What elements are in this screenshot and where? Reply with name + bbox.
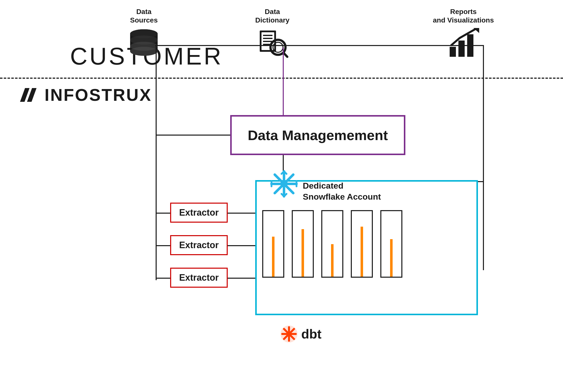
dashed-separator — [0, 78, 563, 79]
db-columns-group — [262, 210, 402, 278]
extractor2-to-snowflake — [228, 245, 258, 246]
data-sources-label: DataSources — [130, 8, 158, 24]
dbt-label: dbt — [301, 326, 322, 341]
db-column-1 — [262, 210, 284, 278]
db-column-2 — [292, 210, 314, 278]
svg-rect-12 — [263, 41, 272, 42]
svg-rect-18 — [458, 41, 465, 57]
data-dictionary-label: DataDictionary — [255, 8, 290, 24]
db-column-5 — [380, 210, 402, 278]
svg-rect-17 — [450, 47, 456, 57]
infostrux-logo: INFOSTRUX — [20, 85, 152, 105]
infostrux-icon — [20, 88, 40, 102]
extractor1-to-snowflake — [228, 213, 258, 214]
orange-bar-3 — [331, 244, 334, 277]
reports-label: Reportsand Visualizations — [433, 8, 494, 24]
orange-bar-4 — [361, 227, 363, 277]
orange-bar-2 — [302, 229, 304, 277]
purple-vertical-line — [283, 48, 284, 116]
extractor3-to-snowflake — [228, 278, 258, 279]
db-column-4 — [351, 210, 373, 278]
svg-point-7 — [130, 42, 158, 51]
top-horizontal-line — [155, 45, 484, 46]
infostrux-text: INFOSTRUX — [45, 85, 152, 105]
extractor2-horizontal-line — [156, 245, 170, 246]
data-management-title: Data Managemement — [248, 127, 388, 143]
extractor-2: Extractor — [170, 235, 228, 255]
svg-point-33 — [280, 180, 288, 187]
dbt-icon — [280, 325, 298, 343]
orange-bar-5 — [390, 239, 393, 277]
snowflake-icon — [270, 170, 298, 202]
extractor-1-label: Extractor — [179, 207, 219, 218]
data-dictionary-area: DataDictionary — [255, 8, 290, 59]
extractor-3-label: Extractor — [179, 272, 219, 283]
db-column-3 — [321, 210, 343, 278]
data-management-box: Data Managemement — [230, 115, 405, 155]
dbt-area: dbt — [280, 325, 322, 343]
reports-icon — [447, 27, 480, 59]
svg-rect-10 — [263, 35, 272, 36]
reports-area: Reportsand Visualizations — [433, 8, 494, 59]
snowflake-label: Dedicated Snowflake Account — [303, 180, 381, 202]
extractor3-horizontal-line — [156, 278, 170, 279]
svg-rect-11 — [263, 38, 272, 39]
data-sources-area: DataSources — [128, 8, 160, 59]
extractor1-horizontal-line — [156, 213, 170, 214]
dm-left-line — [156, 135, 230, 136]
snowflake-to-reports-line — [478, 181, 484, 182]
orange-bar-1 — [272, 237, 274, 277]
diagram-container: CUSTOMER INFOSTRUX DataSources DataDicti… — [0, 0, 563, 392]
extractor-1: Extractor — [170, 203, 228, 223]
data-sources-icon — [128, 27, 160, 59]
extractor-2-label: Extractor — [179, 240, 219, 250]
reports-vertical-line — [483, 45, 484, 270]
svg-line-16 — [284, 53, 287, 57]
extractor-3: Extractor — [170, 268, 228, 288]
